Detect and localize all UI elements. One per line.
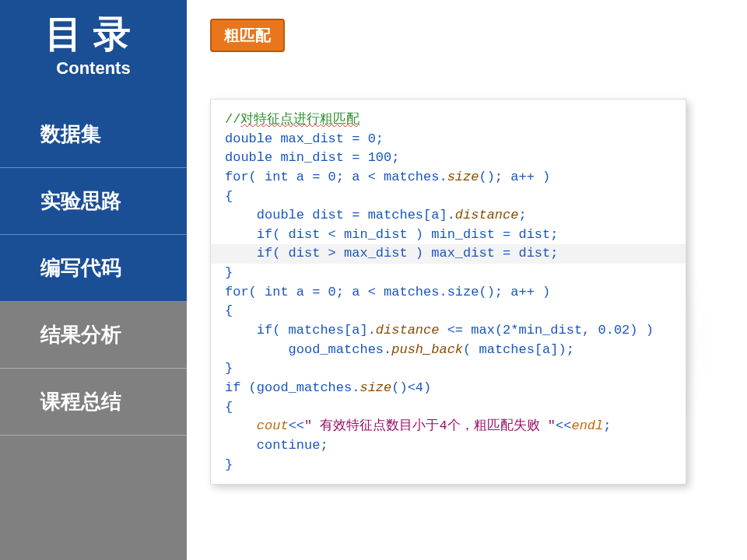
sidebar-item-label: 编写代码 — [40, 254, 121, 282]
sidebar-item-label: 课程总结 — [40, 388, 121, 415]
sidebar-title: 目录 — [0, 14, 187, 55]
sidebar-item-code[interactable]: 编写代码 — [0, 235, 187, 302]
sidebar-item-label: 数据集 — [40, 121, 101, 148]
sidebar-item-dataset[interactable]: 数据集 — [0, 101, 187, 168]
sidebar: 目录 Contents 数据集 实验思路 编写代码 结果分析 课程总结 — [0, 0, 187, 560]
sidebar-item-label: 结果分析 — [40, 321, 121, 348]
sidebar-subtitle: Contents — [0, 58, 187, 79]
sidebar-item-approach[interactable]: 实验思路 — [0, 168, 187, 235]
section-badge: 粗匹配 — [210, 19, 285, 52]
sidebar-header: 目录 Contents — [0, 0, 187, 101]
sidebar-item-label: 实验思路 — [40, 187, 121, 215]
sidebar-item-results[interactable]: 结果分析 — [0, 302, 187, 369]
code-block: //对特征点进行粗匹配 double max_dist = 0; double … — [210, 99, 686, 485]
main-area: 粗匹配 //对特征点进行粗匹配 double max_dist = 0; dou… — [187, 0, 747, 560]
code-content: //对特征点进行粗匹配 double max_dist = 0; double … — [225, 110, 672, 474]
sidebar-item-summary[interactable]: 课程总结 — [0, 369, 187, 436]
